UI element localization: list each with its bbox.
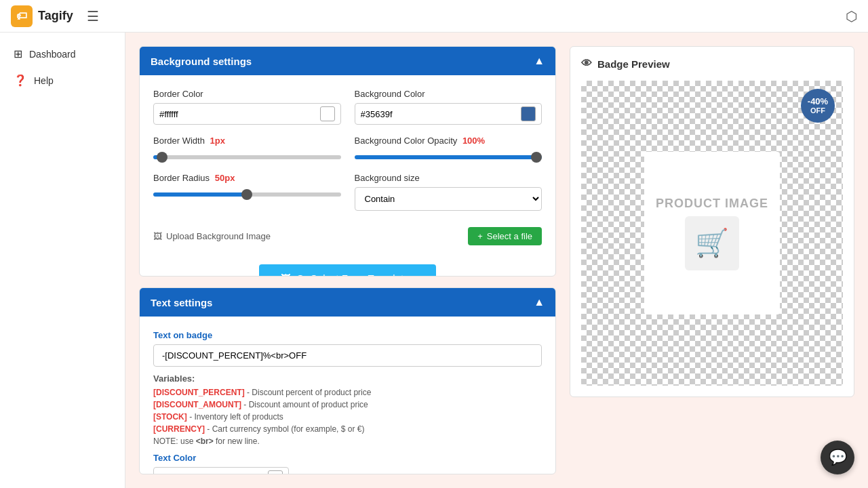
chat-icon: 💬	[829, 449, 847, 466]
sidebar-item-dashboard[interactable]: ⊞ Dashboard	[0, 41, 125, 67]
right-panel: 👁 Badge Preview PRODUCT IMAGE 🛒 -40% OFF	[570, 46, 854, 474]
background-size-group: Background size Contain Cover Auto 100% …	[355, 173, 542, 211]
background-settings-header: Background settings ▲	[140, 47, 555, 75]
bg-opacity-group: Background Color Opacity 100%	[355, 136, 542, 162]
upload-label: 🖼 Upload Background Image	[153, 231, 271, 241]
border-width-group: Border Width 1px	[153, 136, 341, 162]
background-size-label: Background size	[355, 173, 542, 183]
cart-icon: 🛒	[695, 227, 729, 259]
note-line: NOTE: use <br> for new line.	[153, 436, 542, 446]
templates-button[interactable]: 🖼 Or Select From Templates	[259, 264, 436, 277]
text-on-badge-input[interactable]	[153, 344, 542, 367]
badge-circle: -40% OFF	[801, 89, 835, 123]
background-color-label: Background Color	[355, 89, 542, 99]
top-nav: 🏷 Tagify ☰ ⬡	[0, 0, 868, 33]
border-color-swatch[interactable]	[320, 106, 335, 121]
upload-icon: 🖼	[153, 231, 162, 241]
left-panel: Background settings ▲ Border Color	[139, 46, 556, 474]
background-settings-card: Background settings ▲ Border Color	[139, 46, 556, 277]
border-width-slider[interactable]	[153, 155, 341, 159]
text-settings-header: Text settings ▲	[140, 288, 555, 317]
select-file-plus-icon: +	[477, 231, 483, 241]
var-discount-amount: [DISCOUNT_AMOUNT] - Discount amount of p…	[153, 400, 542, 409]
sidebar: ⊞ Dashboard ❓ Help	[0, 33, 125, 488]
product-image-text: PRODUCT IMAGE	[656, 197, 768, 211]
variables-heading: Variables:	[153, 373, 542, 384]
preview-title-text: Badge Preview	[597, 58, 670, 70]
border-radius-slider[interactable]	[153, 192, 341, 197]
background-settings-body: Border Color Background Color	[140, 75, 555, 277]
text-on-badge-label: Text on badge	[153, 330, 542, 340]
dashboard-icon: ⊞	[14, 47, 22, 60]
border-color-input[interactable]	[159, 109, 316, 119]
bg-opacity-value: 100%	[462, 136, 485, 146]
text-settings-title: Text settings	[151, 297, 212, 308]
border-color-label: Border Color	[153, 89, 341, 99]
upload-row: 🖼 Upload Background Image + Select a fil…	[153, 222, 542, 251]
border-width-label: Border Width 1px	[153, 136, 341, 146]
border-radius-label: Border Radius 50px	[153, 173, 341, 183]
border-color-group: Border Color	[153, 89, 341, 125]
text-settings-card: Text settings ▲ Text on badge Variables:…	[139, 287, 556, 474]
background-color-input-row	[355, 103, 542, 125]
templates-section: 🖼 Or Select From Templates	[153, 251, 542, 277]
templates-label: Or Select From Templates	[296, 272, 414, 277]
text-color-input-row	[153, 467, 289, 474]
layout: ⊞ Dashboard ❓ Help Background settings ▲	[0, 33, 868, 488]
product-image-area: PRODUCT IMAGE 🛒	[644, 152, 780, 314]
color-row: Border Color Background Color	[153, 89, 542, 125]
border-width-value: 1px	[210, 136, 225, 146]
sidebar-item-help-label: Help	[34, 75, 54, 86]
select-file-label: Select a file	[487, 231, 532, 241]
background-color-input[interactable]	[361, 109, 517, 119]
text-color-input[interactable]	[159, 473, 264, 474]
radius-size-row: Border Radius 50px Background size Conta…	[153, 173, 542, 211]
cart-icon-box: 🛒	[685, 216, 739, 270]
width-opacity-row: Border Width 1px Background Color Opacit…	[153, 136, 542, 162]
hamburger-icon[interactable]: ☰	[87, 8, 99, 24]
help-icon: ❓	[14, 74, 27, 87]
var-stock: [STOCK] - Inventory left of products	[153, 412, 542, 422]
upload-text: Upload Background Image	[166, 231, 271, 241]
badge-off-text: OFF	[810, 106, 825, 115]
eye-icon: 👁	[581, 58, 592, 70]
select-file-button[interactable]: + Select a file	[468, 227, 542, 245]
background-color-swatch[interactable]	[521, 106, 536, 121]
var-currency: [CURRENCY] - Cart currency symbol (for e…	[153, 424, 542, 434]
preview-card: 👁 Badge Preview PRODUCT IMAGE 🛒 -40% OFF	[570, 46, 854, 397]
app-name: Tagify	[38, 9, 73, 23]
background-collapse-icon[interactable]: ▲	[534, 55, 545, 67]
background-settings-title: Background settings	[151, 56, 252, 67]
var-discount-percent: [DISCOUNT_PERCENT] - Discount percent of…	[153, 388, 542, 397]
text-color-swatch[interactable]	[268, 470, 283, 474]
preview-title: 👁 Badge Preview	[581, 58, 843, 70]
bg-opacity-slider[interactable]	[355, 155, 542, 159]
bg-opacity-label: Background Color Opacity 100%	[355, 136, 542, 146]
border-color-input-row	[153, 103, 341, 125]
sidebar-item-dashboard-label: Dashboard	[29, 49, 76, 60]
text-settings-body: Text on badge Variables: [DISCOUNT_PERCE…	[140, 317, 555, 474]
sidebar-item-help[interactable]: ❓ Help	[0, 67, 125, 94]
nav-right: ⬡	[846, 8, 857, 24]
logo-icon: 🏷	[11, 5, 33, 27]
exit-icon[interactable]: ⬡	[846, 9, 857, 24]
background-size-select[interactable]: Contain Cover Auto 100% 100%	[355, 187, 542, 211]
main-content: Background settings ▲ Border Color	[125, 33, 868, 488]
badge-percent: -40%	[808, 96, 828, 107]
badge-preview-area: PRODUCT IMAGE 🛒 -40% OFF	[581, 81, 843, 386]
templates-icon: 🖼	[281, 272, 291, 277]
text-color-label: Text Color	[153, 453, 542, 463]
background-color-group: Background Color	[355, 89, 542, 125]
border-radius-group: Border Radius 50px	[153, 173, 341, 211]
text-collapse-icon[interactable]: ▲	[534, 296, 545, 308]
app-logo: 🏷 Tagify	[11, 5, 73, 27]
chat-button[interactable]: 💬	[821, 441, 854, 474]
border-radius-value: 50px	[215, 173, 235, 183]
